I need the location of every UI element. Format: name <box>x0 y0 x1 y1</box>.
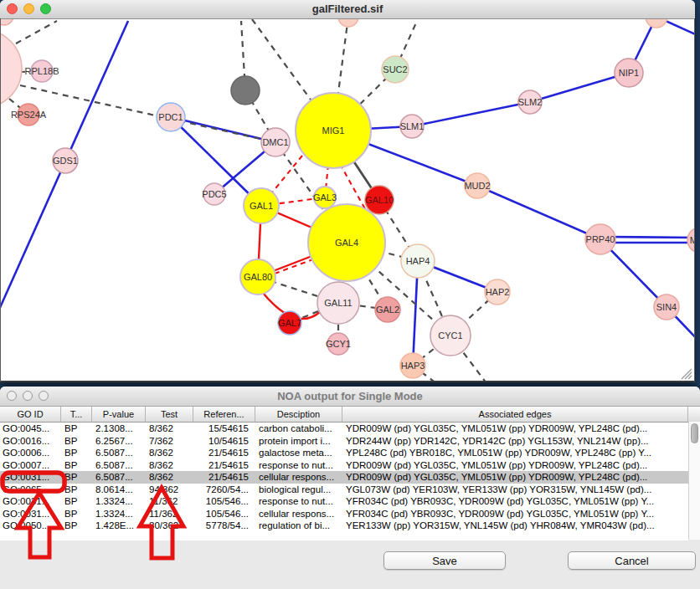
table-cell: 1.3324... <box>92 495 146 508</box>
column-header-p-value[interactable]: P-value <box>92 407 146 422</box>
table-cell: cellular respons... <box>255 471 342 484</box>
node-label-hap4: HAP4 <box>406 256 430 266</box>
table-cell: 8/362 <box>146 423 193 435</box>
node-gray[interactable] <box>231 76 260 105</box>
table-cell: BP <box>61 459 92 472</box>
node-label-msn: MSN <box>690 235 694 245</box>
table-body: GO:0045...BP2.1308...8/36215/54615carbon… <box>0 423 688 540</box>
column-header-t[interactable]: T... <box>61 407 92 422</box>
table-cell: 6.2567... <box>92 435 146 448</box>
network-canvas[interactable]: RPL18BRPS24AGDS1PDC1MIG1DMC1SUC2SLM1SLM2… <box>1 19 694 382</box>
table-row[interactable]: GO:0016...BP6.2567...7/36210/54615protei… <box>0 435 688 448</box>
table-cell: biological regul... <box>255 484 342 496</box>
table-cell: 11/362 <box>146 508 193 520</box>
table-cell: GO:0031... <box>0 471 61 484</box>
scrollbar-thumb[interactable] <box>691 423 698 443</box>
column-header-associated-edges[interactable]: Associated edges <box>342 407 688 422</box>
node-label-gal1: GAL1 <box>250 201 273 211</box>
table-row[interactable]: GO:0006...BP6.5087...8/36221/54615galact… <box>0 447 688 459</box>
table-cell: BP <box>61 495 92 508</box>
node-label-dmc1: DMC1 <box>262 137 288 147</box>
node-label-sin4: SIN4 <box>656 302 677 312</box>
table-cell: 6.5087... <box>92 447 146 459</box>
table-cell: response to nut... <box>255 495 342 508</box>
node-label-mig1: MIG1 <box>322 125 345 136</box>
node-label-slm1: SLM1 <box>400 121 425 131</box>
node-label-gal10: GAL10 <box>365 195 394 205</box>
table-cell: 105/546... <box>193 495 255 508</box>
table-cell: YDR009W (pd) YGL035C, YML051W (pp) YDR00… <box>342 423 688 435</box>
table-cell: 15/54615 <box>193 423 255 435</box>
edge-blue <box>530 73 629 102</box>
table-row[interactable]: GO:0045...BP2.1308...8/36215/54615carbon… <box>0 423 688 435</box>
node-label-gal11: GAL11 <box>324 298 352 308</box>
table-cell: 1.428E... <box>92 520 146 532</box>
column-header-referen[interactable]: Referen... <box>193 407 255 422</box>
table-cell: 21/54615 <box>193 447 255 459</box>
node-label-pdc5: PDC5 <box>202 189 226 199</box>
resize-grip-icon[interactable] <box>679 366 692 380</box>
table-cell: 8.0614... <box>92 484 146 496</box>
node-label-slm2: SLM2 <box>518 97 543 107</box>
vertical-scrollbar[interactable] <box>688 422 700 540</box>
table-cell: cellular respons... <box>255 508 342 520</box>
table-row[interactable]: GO:0050...BP1.428E...80/3625778/54...reg… <box>0 520 688 532</box>
node-label-cyc1: CYC1 <box>438 330 462 341</box>
table-row[interactable]: GO:0007...BP6.5087...8/36221/54615respon… <box>0 459 688 472</box>
table-cell: GO:0031... <box>0 495 61 508</box>
table-cell: BP <box>61 435 92 448</box>
table-cell: 21/54615 <box>193 459 255 472</box>
table-cell: 2.1308... <box>92 423 146 435</box>
column-header-go-id[interactable]: GO ID <box>0 407 61 422</box>
table-row[interactable]: GO:0031...BP1.3324...11/362105/546...cel… <box>0 508 688 520</box>
table-header-row: GO IDT...P-valueTestReferen...Desciption… <box>0 407 700 423</box>
table-row[interactable]: GO:0031...BP6.5087...8/36221/54615cellul… <box>0 471 688 484</box>
node-label-gal80: GAL80 <box>244 272 272 282</box>
node-label-gal4: GAL4 <box>335 238 358 248</box>
noa-window-titlebar[interactable]: NOA output for Single Mode <box>0 387 700 407</box>
node-topc[interactable] <box>338 19 358 27</box>
table-cell: BP <box>61 471 92 484</box>
table-cell: 8/362 <box>146 447 193 459</box>
table-cell: 8/362 <box>146 471 193 484</box>
table-cell: YFR034C (pd) YBR093C, YDR009W (pd) YGL03… <box>342 508 688 520</box>
table-cell: 80/362 <box>146 520 193 532</box>
network-window-title: galFiltered.sif <box>0 0 695 18</box>
table-row[interactable]: GO:0031...BP1.3324...11/362105/546...res… <box>0 495 688 508</box>
column-header-test[interactable]: Test <box>146 407 193 422</box>
table-cell: 7/362 <box>146 435 193 448</box>
table-cell: 94/362 <box>146 484 193 496</box>
column-header-desciption[interactable]: Desciption <box>255 407 342 422</box>
table-cell: 105/546... <box>193 508 255 520</box>
save-button[interactable]: Save <box>383 551 506 570</box>
node-label-suc2: SUC2 <box>383 64 407 74</box>
table-cell: YER133W (pp) YOR315W, YNL145W (pd) YHR08… <box>342 520 688 532</box>
table-cell: 10/54615 <box>193 435 255 448</box>
table-cell: carbon cataboli... <box>255 423 342 435</box>
node-label-hap2: HAP2 <box>486 287 510 297</box>
network-window-titlebar[interactable]: galFiltered.sif <box>0 0 695 19</box>
node-topr[interactable] <box>646 19 667 28</box>
node-label-rps24a: RPS24A <box>11 110 47 120</box>
table-cell: GO:0016... <box>0 435 61 448</box>
table-cell: GO:0045... <box>0 423 61 435</box>
table-cell: galactose meta... <box>255 447 342 459</box>
cancel-button[interactable]: Cancel <box>568 551 696 570</box>
table-cell: YDR009W (pd) YGL035C, YML051W (pp) YDR00… <box>342 459 688 472</box>
edge-dash <box>16 21 57 44</box>
table-cell: protein import i... <box>255 435 342 448</box>
table-row[interactable]: GO:0065...BP8.0614...94/3627260/54...bio… <box>0 484 688 496</box>
node-tl[interactable] <box>1 19 13 25</box>
node-label-gcy1: GCY1 <box>326 339 351 349</box>
node-label-gal7: GAL7 <box>278 318 301 328</box>
table-cell: regulation of bi... <box>255 520 342 532</box>
table-cell: 5778/54... <box>193 520 255 532</box>
edge-blue <box>477 186 600 239</box>
table-cell: YDR244W (pp) YDR142C, YDR142C (pp) YGL15… <box>342 435 688 448</box>
table-cell: 6.5087... <box>92 459 146 472</box>
node-label-gal2: GAL2 <box>376 305 399 315</box>
edge-blue <box>412 102 530 126</box>
node-label-gal3: GAL3 <box>313 192 337 202</box>
table-cell: response to nut... <box>255 459 342 472</box>
table-cell: BP <box>61 520 92 532</box>
